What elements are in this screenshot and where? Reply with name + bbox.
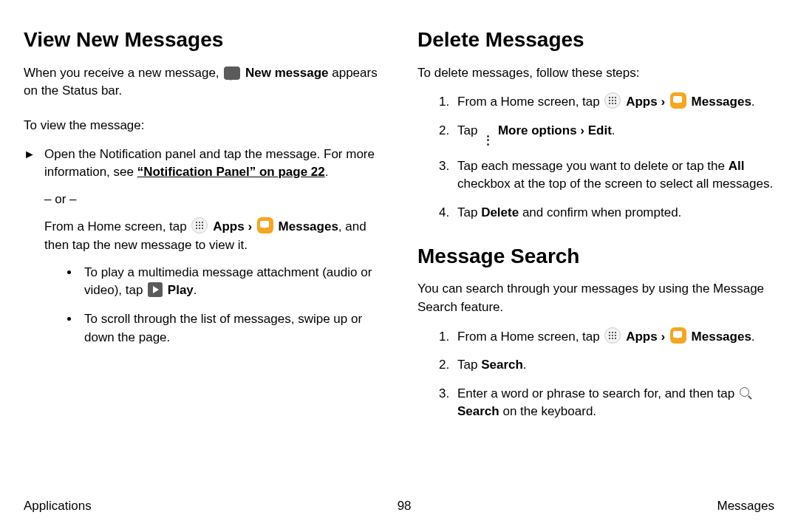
to-view-label: To view the message:: [24, 117, 381, 135]
left-column: View New Messages When you receive a new…: [24, 22, 381, 432]
list-item: Enter a word or phrase to search for, an…: [453, 385, 774, 421]
list-item: To play a multimedia message attachment …: [80, 264, 381, 300]
message-bubble-icon: [224, 66, 240, 80]
heading-delete-messages: Delete Messages: [417, 25, 774, 55]
intro-paragraph: When you receive a new message, New mess…: [24, 64, 381, 100]
page-number: 98: [398, 497, 412, 516]
heading-message-search: Message Search: [417, 242, 774, 272]
instruction-block: ► Open the Notification panel and tap th…: [24, 146, 381, 358]
list-item: From a Home screen, tap Apps › Messages.: [453, 92, 774, 112]
from-home-text: From a Home screen, tap Apps › Messages,…: [44, 217, 381, 254]
search-intro: You can search through your messages by …: [417, 280, 774, 316]
footer-left: Applications: [24, 497, 92, 516]
arrow-marker: ►: [24, 146, 44, 358]
search-icon: [740, 387, 753, 400]
more-options-icon: [482, 134, 493, 147]
sub-bullets: To play a multimedia message attachment …: [80, 264, 381, 347]
apps-icon: [604, 92, 621, 109]
list-item: Tap More options › Edit.: [453, 122, 774, 147]
right-column: Delete Messages To delete messages, foll…: [417, 22, 774, 432]
messages-icon: [257, 217, 273, 233]
list-item: Tap each message you want to delete or t…: [453, 157, 774, 194]
play-icon: [148, 282, 163, 297]
delete-steps: From a Home screen, tap Apps › Messages.…: [453, 92, 774, 222]
or-separator: – or –: [44, 191, 381, 209]
list-item: From a Home screen, tap Apps › Messages.: [453, 327, 774, 347]
open-notification-text: Open the Notification panel and tap the …: [44, 146, 381, 182]
notification-panel-link[interactable]: “Notification Panel” on page 22: [137, 165, 325, 179]
footer-right: Messages: [717, 497, 774, 516]
messages-icon: [670, 327, 686, 344]
apps-icon: [604, 327, 621, 344]
page-footer: Applications 98 Messages: [24, 497, 774, 516]
delete-intro: To delete messages, follow these steps:: [417, 64, 774, 83]
list-item: To scroll through the list of messages, …: [80, 310, 381, 347]
apps-icon: [191, 217, 208, 233]
heading-view-new-messages: View New Messages: [24, 25, 381, 55]
search-steps: From a Home screen, tap Apps › Messages.…: [453, 327, 774, 422]
list-item: Tap Search.: [453, 356, 774, 375]
messages-icon: [670, 92, 686, 109]
list-item: Tap Delete and confirm when prompted.: [453, 204, 774, 222]
